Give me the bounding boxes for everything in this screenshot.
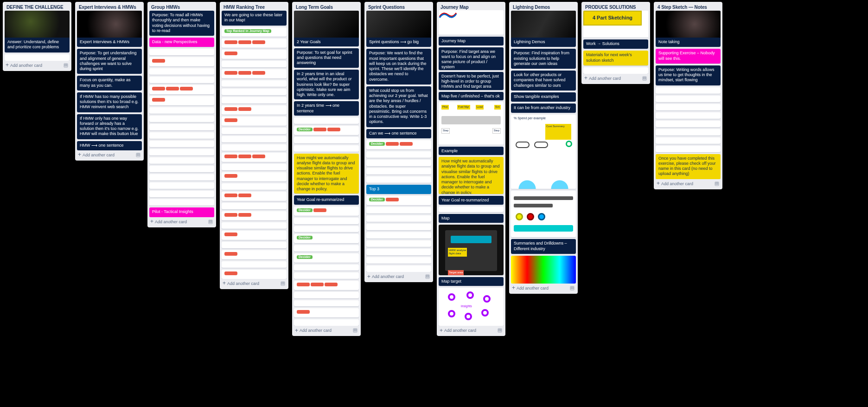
list[interactable]: HMW Ranking TreeWe are going to use thes… [220,2,288,289]
card[interactable]: Decider [366,196,431,205]
card[interactable] [222,61,287,67]
list-title[interactable]: DEFINE THE CHALLENGE [3,2,71,11]
card[interactable] [222,231,287,240]
card[interactable] [222,50,287,59]
card[interactable] [149,174,214,181]
card-template-icon[interactable] [714,181,720,187]
card[interactable] [222,192,287,201]
card[interactable]: In 2 years time in an ideal world, what … [294,70,359,99]
add-card-button[interactable]: +Add another card [584,76,621,81]
card[interactable]: If HMW has too many possible solutions t… [77,92,142,112]
list-title[interactable]: HMW Ranking Tree [220,2,288,11]
card[interactable] [294,226,359,233]
card[interactable]: How might we automatically analyse fligh… [294,154,359,194]
list[interactable]: Lightning DemosLightning DemosPurpose: F… [509,2,578,294]
card[interactable] [366,160,431,166]
card[interactable] [149,107,214,114]
card[interactable]: HMW ⟶ one sentence [77,141,142,150]
card-template-icon[interactable] [135,152,141,158]
card[interactable]: Purpose: To set goal for sprint and ques… [294,48,359,68]
card[interactable] [656,129,721,136]
card[interactable] [222,153,287,162]
card[interactable] [222,39,287,48]
list[interactable]: Expert Interviews & HMWsExpert Interview… [75,2,144,161]
card-template-icon[interactable] [63,63,69,68]
card[interactable]: Decider [294,126,359,135]
card[interactable] [222,172,287,181]
card[interactable] [294,218,359,224]
card[interactable] [222,261,287,268]
card[interactable]: Answer: Understand, define and prioritiz… [5,11,70,52]
trello-board[interactable]: DEFINE THE CHALLENGEAnswer: Understand, … [0,0,868,407]
card[interactable] [366,232,431,239]
card[interactable]: PilotFuel MgrLoadSvcStepStep [439,102,504,144]
card[interactable] [439,10,504,35]
card[interactable] [366,168,431,174]
card[interactable]: Pilot - Tactical Insights [149,207,214,217]
card[interactable] [222,89,287,95]
card[interactable] [222,183,287,190]
card[interactable]: % Spend per exampleCost Summary [511,115,576,189]
card[interactable] [5,54,70,61]
list-title[interactable]: Lightning Demos [509,2,578,11]
card[interactable]: Purpose: Find target area we want to foc… [439,47,504,70]
list[interactable]: Sprint QuestionsSprint questions ⟶ go bi… [364,2,433,282]
card[interactable]: Purpose: Find inspiration from existing … [511,49,576,69]
card[interactable]: Decider [294,253,359,263]
card-template-icon[interactable] [642,76,647,81]
card[interactable] [294,265,359,271]
card-template-icon[interactable] [352,328,358,333]
card[interactable] [222,136,287,142]
card[interactable] [656,146,721,152]
card[interactable] [366,240,431,247]
card[interactable]: 2 Year Goals [294,11,359,46]
add-card-button[interactable]: +Add another card [440,328,476,333]
card[interactable] [656,137,721,144]
card[interactable]: Decider [294,234,359,243]
card[interactable]: Map [439,214,504,222]
card[interactable] [366,207,431,213]
card[interactable]: Doesn't have to be perfect, just high-le… [439,72,504,90]
card[interactable] [222,203,287,209]
card[interactable] [656,96,721,102]
list[interactable]: Group HMWsPurpose: To read all HMWs thor… [147,2,216,227]
list-title[interactable]: Expert Interviews & HMWs [75,2,144,11]
card[interactable]: What could stop us from achieving our 2 … [366,86,431,127]
card[interactable] [149,68,214,75]
card[interactable] [294,272,359,279]
card[interactable] [222,211,287,220]
card[interactable]: Can we ⟶ one sentence [366,129,431,138]
card[interactable] [222,242,287,248]
list-title[interactable]: Group HMWs [147,2,216,11]
card[interactable] [222,128,287,134]
card[interactable] [149,77,214,83]
card[interactable]: Purpose: Writing words allows us time to… [656,65,721,85]
card[interactable]: Show tangible examples [511,92,576,102]
list[interactable]: 4 Step Sketch — NotesNote takingSupporti… [654,2,722,189]
card[interactable] [294,300,359,307]
card[interactable] [511,191,576,237]
card[interactable]: Data - new Perspectives [149,38,214,47]
card[interactable]: Decider [366,140,431,149]
card[interactable] [149,85,214,94]
card[interactable] [149,96,214,105]
card-template-icon[interactable] [208,219,213,225]
card[interactable] [149,166,214,172]
card[interactable] [222,250,287,259]
list[interactable]: Journey MapJourney MapPurpose: Find targ… [437,2,505,336]
card[interactable] [366,265,431,272]
card[interactable]: If HMW only has one way forward or alrea… [77,114,142,139]
card[interactable] [222,164,287,170]
card[interactable] [149,57,214,66]
list[interactable]: PRODUCE SOLUTIONS4 Part SketchingWork → … [581,2,650,84]
card[interactable] [511,256,576,284]
card[interactable] [149,182,214,189]
card[interactable] [222,222,287,229]
card[interactable] [294,117,359,124]
card-template-icon[interactable] [497,328,503,333]
card[interactable]: Map five / unfinished – that's ok [439,92,504,100]
card[interactable] [149,132,214,139]
card[interactable]: Journey Map [439,37,504,45]
card[interactable] [222,80,287,87]
card[interactable]: Note taking [656,11,721,47]
